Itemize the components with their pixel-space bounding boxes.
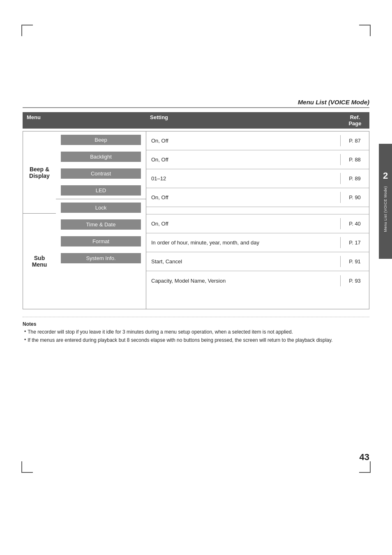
chapter-number: 2 <box>383 170 388 181</box>
page-title: Menu List (VOICE Mode) <box>23 99 369 108</box>
dotted-separator <box>23 317 369 317</box>
main-content: Menu List (VOICE Mode) Menu Setting Ref.… <box>23 99 369 345</box>
note-bullet: • <box>24 337 26 344</box>
refpage-cell-0-0: P. 87 <box>340 135 369 146</box>
sub-item-1-0: Lock <box>61 203 141 213</box>
setting-cell-1-0: On, Off <box>146 218 340 229</box>
data-row-1-0: On, OffP. 40 <box>146 214 369 233</box>
note-bullet: • <box>24 329 26 336</box>
sub-item-0-0: Beep <box>61 135 141 145</box>
sub-item-1-1: Time & Date <box>61 219 141 230</box>
note-item-0: •The recorder will stop if you leave it … <box>23 329 369 336</box>
setting-cell-0-0: On, Off <box>146 135 340 146</box>
group-block-1: LockTime & DateFormatSystem Info. <box>56 199 146 267</box>
group-label-1: Sub Menu <box>23 214 56 309</box>
sub-items-col: BeepBacklightContrastLEDLockTime & DateF… <box>56 131 146 309</box>
chapter-label: Menu List (VOICE Mode) <box>383 186 387 232</box>
header-refpage: Ref. Page <box>341 112 369 129</box>
setting-cell-0-3: On, Off <box>146 192 340 203</box>
setting-cell-0-2: 01–12 <box>146 173 340 184</box>
corner-mark-tr <box>359 25 371 36</box>
note-item-1: •If the menus are entered during playbac… <box>23 337 369 344</box>
corner-mark-bl <box>21 461 33 473</box>
header-menu: Menu <box>23 112 146 129</box>
menu-column: Beep & DisplaySub MenuBeepBacklightContr… <box>23 131 146 309</box>
chapter-tab: 2 Menu List (VOICE Mode) <box>379 144 392 259</box>
data-row-0-1: On, OffP. 88 <box>146 150 369 169</box>
data-row-0-0: On, OffP. 87 <box>146 131 369 150</box>
table-header: Menu Setting Ref. Page <box>23 112 369 129</box>
sub-item-1-3: System Info. <box>61 253 141 263</box>
notes-list: •The recorder will stop if you leave it … <box>23 329 369 344</box>
refpage-cell-1-2: P. 91 <box>340 256 369 267</box>
sub-item-0-1: Backlight <box>61 152 141 162</box>
data-row-0-2: 01–12P. 89 <box>146 169 369 188</box>
setting-cell-1-1: In order of hour, minute, year, month, a… <box>146 237 340 248</box>
table-body: Beep & DisplaySub MenuBeepBacklightContr… <box>23 131 369 309</box>
menu-table: Menu Setting Ref. Page Beep & DisplaySub… <box>23 112 369 309</box>
data-row-1-1: In order of hour, minute, year, month, a… <box>146 233 369 252</box>
corner-mark-tl <box>21 25 33 36</box>
group-label-col: Beep & DisplaySub Menu <box>23 131 56 309</box>
refpage-cell-0-1: P. 88 <box>340 154 369 165</box>
refpage-cell-1-0: P. 40 <box>340 218 369 229</box>
notes-title: Notes <box>23 321 369 327</box>
setting-cell-0-1: On, Off <box>146 154 340 165</box>
refpage-cell-1-1: P. 17 <box>340 237 369 248</box>
note-text: If the menus are entered during playback… <box>28 337 332 344</box>
header-setting: Setting <box>146 112 341 129</box>
refpage-cell-1-3: P. 93 <box>340 275 369 286</box>
group-label-0: Beep & Display <box>23 131 56 214</box>
group-spacer-1 <box>146 207 369 214</box>
data-row-1-2: Start, CancelP. 91 <box>146 252 369 271</box>
corner-mark-br <box>359 461 371 473</box>
refpage-cell-0-3: P. 90 <box>340 192 369 203</box>
refpage-cell-0-2: P. 89 <box>340 173 369 184</box>
group-block-0: BeepBacklightContrastLED <box>56 131 146 199</box>
note-text: The recorder will stop if you leave it i… <box>28 329 293 336</box>
sub-item-1-2: Format <box>61 236 141 246</box>
notes-section: Notes •The recorder will stop if you lea… <box>23 321 369 344</box>
data-row-0-3: On, OffP. 90 <box>146 188 369 207</box>
page-number: 43 <box>360 452 369 463</box>
setting-cell-1-2: Start, Cancel <box>146 256 340 267</box>
right-columns: On, OffP. 87On, OffP. 8801–12P. 89On, Of… <box>146 131 369 309</box>
data-row-1-3: Capacity, Model Name, VersionP. 93 <box>146 271 369 290</box>
sub-item-0-2: Contrast <box>61 168 141 179</box>
sub-item-0-3: LED <box>61 185 141 196</box>
setting-cell-1-3: Capacity, Model Name, Version <box>146 275 340 286</box>
